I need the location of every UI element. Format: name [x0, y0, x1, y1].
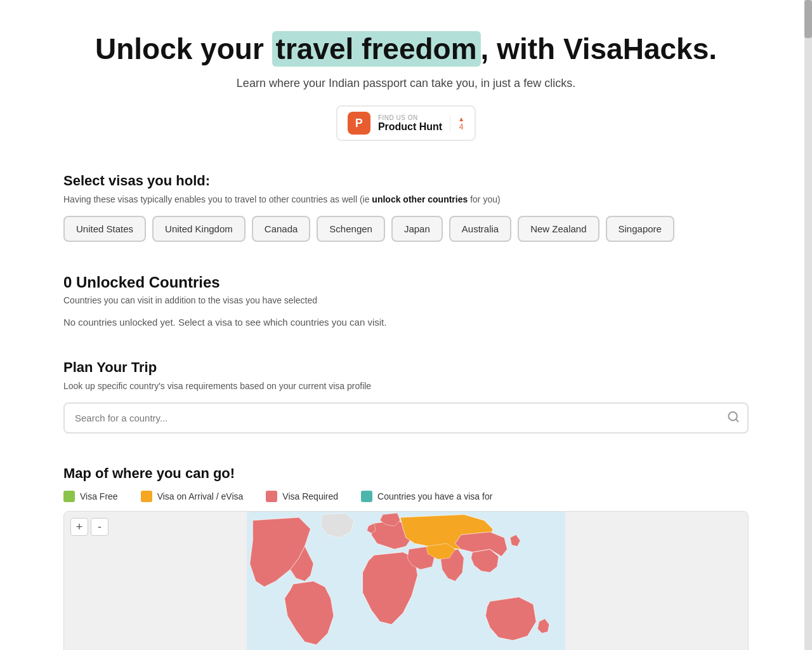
legend-dot-teal [361, 491, 372, 502]
svg-line-1 [736, 419, 738, 421]
map-title: Map of where you can go! [63, 465, 749, 482]
map-legend: Visa Free Visa on Arrival / eVisa Visa R… [63, 491, 749, 502]
legend-dot-red [266, 491, 277, 502]
trip-section: Plan Your Trip Look up specific country'… [25, 340, 787, 446]
zoom-out-button[interactable]: - [91, 518, 108, 536]
visa-btn-nz[interactable]: New Zealand [518, 216, 599, 242]
legend-dot-green [63, 491, 75, 502]
ph-votes: ▲ 4 [450, 116, 464, 131]
zoom-in-button[interactable]: + [70, 518, 88, 536]
visa-btn-us[interactable]: United States [63, 216, 146, 242]
world-map-svg [64, 512, 748, 650]
ph-text: FIND US ON Product Hunt [378, 114, 442, 133]
hero-title: Unlock your travel freedom, with VisaHac… [13, 32, 799, 67]
legend-visa-free: Visa Free [63, 491, 118, 502]
visa-btn-japan[interactable]: Japan [391, 216, 443, 242]
upvote-icon: ▲ [458, 116, 464, 123]
visa-btn-schengen[interactable]: Schengen [317, 216, 385, 242]
ph-name-label: Product Hunt [378, 121, 442, 133]
map-section: Map of where you can go! Visa Free Visa … [25, 446, 787, 650]
trip-title: Plan Your Trip [63, 359, 749, 376]
visa-btn-canada[interactable]: Canada [252, 216, 311, 242]
legend-dot-orange [141, 491, 152, 502]
visa-btn-uk[interactable]: United Kingdom [152, 216, 246, 242]
hero-section: Unlock your travel freedom, with VisaHac… [0, 0, 812, 154]
hero-subtitle: Learn where your Indian passport can tak… [13, 77, 799, 90]
hero-title-prefix: Unlock your [95, 32, 272, 65]
trip-subtitle: Look up specific country's visa requirem… [63, 381, 749, 391]
search-input[interactable] [63, 402, 749, 434]
search-wrap [63, 402, 749, 434]
legend-has-visa: Countries you have a visa for [361, 491, 492, 502]
ph-icon: P [348, 112, 370, 135]
hero-title-suffix: , with VisaHacks. [481, 32, 717, 65]
unlocked-subtitle: Countries you can visit in addition to t… [63, 295, 749, 305]
legend-visa-required: Visa Required [266, 491, 338, 502]
visas-section: Select visas you hold: Having these visa… [25, 154, 787, 255]
visa-buttons-container: United States United Kingdom Canada Sche… [63, 216, 749, 242]
ph-find-label: FIND US ON [378, 114, 442, 121]
map-controls: + - [70, 518, 108, 536]
visas-title: Select visas you hold: [63, 173, 749, 189]
legend-visa-on-arrival: Visa on Arrival / eVisa [141, 491, 244, 502]
visas-desc-bold: unlock other countries [372, 194, 468, 204]
legend-visa-required-label: Visa Required [282, 491, 338, 501]
legend-visa-arrival-label: Visa on Arrival / eVisa [157, 491, 244, 501]
unlocked-title: 0 Unlocked Countries [63, 274, 749, 291]
legend-has-visa-label: Countries you have a visa for [377, 491, 492, 501]
legend-visa-free-label: Visa Free [80, 491, 118, 501]
no-countries-message: No countries unlocked yet. Select a visa… [63, 317, 749, 328]
visa-btn-singapore[interactable]: Singapore [606, 216, 674, 242]
visas-desc-suffix: for you) [468, 194, 500, 204]
search-icon [727, 410, 740, 426]
visas-desc-prefix: Having these visas typically enables you… [63, 194, 372, 204]
visas-description: Having these visas typically enables you… [63, 194, 749, 204]
world-map: + - [63, 511, 749, 650]
ph-vote-count: 4 [459, 123, 464, 131]
product-hunt-badge[interactable]: P FIND US ON Product Hunt ▲ 4 [336, 105, 476, 141]
unlocked-section: 0 Unlocked Countries Countries you can v… [25, 255, 787, 340]
visa-btn-australia[interactable]: Australia [449, 216, 511, 242]
hero-title-highlight: travel freedom [272, 31, 481, 67]
